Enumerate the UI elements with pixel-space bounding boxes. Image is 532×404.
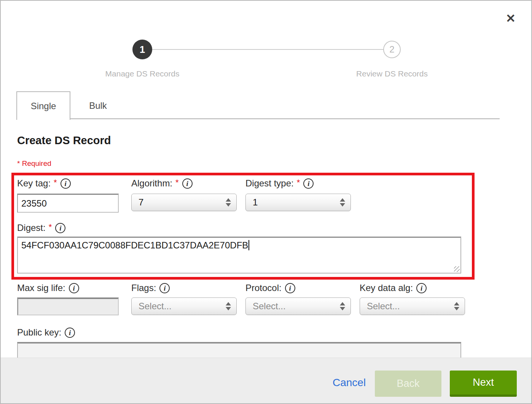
stepper-connector-line <box>152 49 384 50</box>
info-icon-glyph: i <box>421 285 422 292</box>
required-asterisk: * <box>54 178 57 188</box>
required-note: * Required <box>17 159 51 168</box>
info-icon[interactable]: i <box>69 283 79 293</box>
stepper-step-2-circle: 2 <box>383 41 401 58</box>
info-icon-glyph: i <box>289 285 291 292</box>
public-key-label: Public key: <box>17 327 61 338</box>
digest-type-label-row: Digest type: * i <box>245 178 314 189</box>
page-title: Create DS Record <box>17 134 111 147</box>
required-asterisk: * <box>297 178 300 188</box>
required-asterisk: * <box>175 178 179 188</box>
tab-bulk[interactable]: Bulk <box>70 91 126 120</box>
select-stepper-arrows-icon <box>340 198 345 207</box>
required-asterisk: * <box>49 222 52 232</box>
algorithm-label: Algorithm: <box>131 178 172 189</box>
max-sig-life-input[interactable] <box>17 297 119 315</box>
flags-label-row: Flags: i <box>131 283 170 293</box>
digest-type-select-value: 1 <box>246 197 340 208</box>
tab-single[interactable]: Single <box>16 91 70 120</box>
key-tag-label-row: Key tag: * i <box>17 178 71 189</box>
digest-textarea-value: 54FCF030AA1C79C0088FDEC1BD1C37DAA2E70DFB <box>21 240 248 250</box>
max-sig-life-label: Max sig life: <box>17 283 65 293</box>
info-icon[interactable]: i <box>65 328 75 338</box>
digest-type-label: Digest type: <box>245 178 294 189</box>
digest-textarea[interactable]: 54FCF030AA1C79C0088FDEC1BD1C37DAA2E70DFB <box>17 237 461 274</box>
close-icon[interactable]: ✕ <box>502 10 519 27</box>
algorithm-select-value: 7 <box>132 197 226 208</box>
key-data-alg-select[interactable]: Select... <box>360 297 465 315</box>
text-cursor <box>248 240 249 250</box>
stepper-step-2-label: Review DS Records <box>335 69 449 78</box>
stepper-step-1-label: Manage DS Records <box>85 69 199 78</box>
algorithm-select[interactable]: 7 <box>131 194 237 211</box>
max-sig-life-label-row: Max sig life: i <box>17 283 79 293</box>
info-icon-glyph: i <box>64 180 66 187</box>
info-icon[interactable]: i <box>55 223 65 233</box>
flags-select[interactable]: Select... <box>131 297 237 315</box>
key-tag-label: Key tag: <box>17 178 51 189</box>
info-icon-glyph: i <box>73 285 75 292</box>
select-stepper-arrows-icon <box>226 302 231 310</box>
back-button[interactable]: Back <box>375 371 441 397</box>
select-stepper-arrows-icon <box>226 198 231 207</box>
info-icon-glyph: i <box>59 224 61 232</box>
digest-type-select[interactable]: 1 <box>245 194 351 211</box>
tab-bottom-border <box>70 118 500 119</box>
protocol-label: Protocol: <box>245 283 282 293</box>
info-icon[interactable]: i <box>416 283 427 293</box>
info-icon[interactable]: i <box>61 178 71 189</box>
select-stepper-arrows-icon <box>454 302 459 310</box>
key-tag-input[interactable] <box>17 194 119 213</box>
info-icon-glyph: i <box>307 180 309 187</box>
create-ds-record-modal: ✕ 1 2 Manage DS Records Review DS Record… <box>0 0 532 404</box>
resize-handle[interactable] <box>454 266 460 272</box>
cancel-button[interactable]: Cancel <box>333 377 366 389</box>
key-data-alg-label: Key data alg: <box>360 283 413 293</box>
digest-label: Digest: <box>17 223 46 233</box>
info-icon-glyph: i <box>164 285 166 292</box>
stepper-step-1-circle: 1 <box>132 40 152 59</box>
info-icon-glyph: i <box>186 180 188 187</box>
info-icon[interactable]: i <box>303 178 314 189</box>
algorithm-label-row: Algorithm: * i <box>131 178 193 189</box>
flags-label: Flags: <box>131 283 156 293</box>
public-key-textarea[interactable] <box>17 342 461 358</box>
info-icon[interactable]: i <box>182 178 193 189</box>
key-data-alg-select-value: Select... <box>360 301 454 312</box>
public-key-label-row: Public key: i <box>17 327 75 338</box>
select-stepper-arrows-icon <box>340 302 345 310</box>
info-icon-glyph: i <box>69 329 71 336</box>
digest-label-row: Digest: * i <box>17 223 65 233</box>
flags-select-value: Select... <box>132 301 226 312</box>
info-icon[interactable]: i <box>285 283 295 293</box>
next-button[interactable]: Next <box>450 371 517 397</box>
info-icon[interactable]: i <box>159 283 170 293</box>
protocol-select-value: Select... <box>246 301 340 312</box>
protocol-label-row: Protocol: i <box>245 283 295 293</box>
protocol-select[interactable]: Select... <box>245 297 351 315</box>
key-data-alg-label-row: Key data alg: i <box>360 283 427 293</box>
